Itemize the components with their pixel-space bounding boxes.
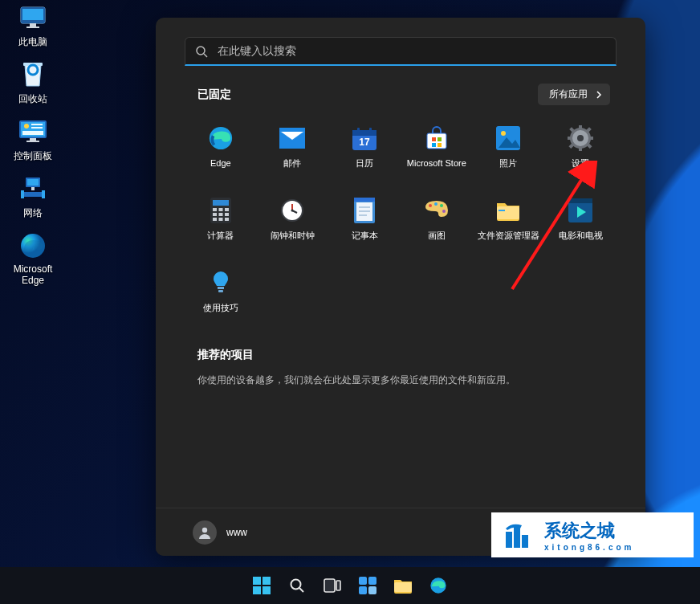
tile-label: Microsoft Store [407, 158, 466, 168]
desktop-icon-label: 网络 [23, 206, 43, 220]
user-account-button[interactable]: www [193, 520, 247, 545]
pinned-app-movies[interactable]: 电影和电视 [544, 189, 617, 255]
widgets-icon [359, 577, 376, 594]
recommended-title: 推荐的项目 [197, 348, 254, 362]
taskbar-start-button[interactable] [246, 570, 277, 601]
tips-icon [207, 269, 234, 296]
windows-icon [253, 577, 271, 594]
desktop-icon-network[interactable]: 网络 [5, 174, 61, 220]
all-apps-button[interactable]: 所有应用 [538, 84, 610, 105]
chevron-right-icon [596, 91, 602, 99]
pinned-app-tips[interactable]: 使用技巧 [185, 261, 257, 327]
user-name: www [226, 527, 247, 538]
svg-rect-44 [579, 125, 582, 130]
svg-rect-63 [218, 218, 222, 221]
taskbar-edge-button[interactable] [423, 570, 454, 601]
svg-point-21 [197, 47, 205, 55]
taskbar-taskview-button[interactable] [317, 570, 348, 601]
watermark-logo-icon [501, 517, 536, 553]
control-panel-icon [18, 117, 47, 146]
pinned-app-edge[interactable]: Edge [185, 116, 257, 182]
svg-point-53 [577, 135, 584, 141]
svg-rect-32 [357, 128, 360, 133]
monitor-icon [18, 3, 47, 32]
svg-line-22 [204, 54, 207, 57]
pinned-app-calendar[interactable]: 17 日历 [328, 116, 401, 182]
pinned-app-calculator[interactable]: 计算器 [185, 189, 257, 255]
paint-icon [423, 197, 450, 224]
network-icon [18, 174, 47, 203]
taskview-icon [324, 578, 341, 593]
desktop-icon-this-pc[interactable]: 此电脑 [5, 3, 61, 49]
svg-rect-57 [218, 208, 222, 211]
recommended-header: 推荐的项目 [162, 348, 639, 362]
desktop-icon-control-panel[interactable]: 控制面板 [5, 117, 61, 163]
svg-rect-37 [432, 143, 436, 147]
tile-label: 使用技巧 [203, 303, 238, 312]
svg-rect-87 [589, 199, 592, 202]
svg-rect-89 [218, 287, 224, 289]
taskbar-explorer-button[interactable] [388, 570, 418, 601]
desktop-icon-label: Microsoft Edge [14, 263, 53, 286]
tile-label: 闹钟和时钟 [271, 231, 315, 240]
svg-rect-46 [568, 137, 572, 140]
taskbar-widgets-button[interactable] [352, 570, 383, 601]
pinned-app-mail[interactable]: 邮件 [257, 116, 329, 182]
calendar-icon: 17 [351, 124, 378, 152]
svg-line-104 [299, 588, 303, 592]
notepad-icon [351, 197, 378, 224]
svg-rect-100 [262, 577, 271, 585]
pinned-app-store[interactable]: Microsoft Store [401, 116, 473, 182]
watermark-sub: xitong86.com [544, 543, 634, 552]
svg-rect-60 [218, 213, 222, 216]
svg-rect-16 [31, 187, 35, 190]
svg-rect-85 [580, 199, 582, 202]
tile-label: 记事本 [352, 231, 378, 240]
pinned-app-settings[interactable]: 设置 [544, 116, 617, 182]
svg-point-40 [501, 131, 506, 136]
desktop-icon-label: 此电脑 [18, 35, 47, 49]
pinned-apps-grid: Edge 邮件 17 日历 Microsoft Store 照片 设置 计算器 [162, 116, 639, 327]
pinned-app-notepad[interactable]: 记事本 [328, 189, 401, 255]
pinned-app-clock[interactable]: 闹钟和时钟 [257, 189, 329, 255]
svg-point-76 [434, 202, 438, 206]
search-icon [289, 577, 305, 594]
svg-rect-19 [42, 190, 45, 198]
tile-label: 画图 [428, 231, 446, 240]
svg-rect-55 [213, 200, 229, 206]
desktop-icon-recycle-bin[interactable]: 回收站 [5, 60, 61, 106]
pinned-header: 已固定 所有应用 [162, 84, 639, 105]
pinned-app-explorer[interactable]: 文件资源管理器 [473, 189, 545, 255]
photos-icon [494, 124, 522, 152]
edge-icon [429, 577, 447, 594]
pinned-app-photos[interactable]: 照片 [473, 116, 545, 182]
svg-rect-105 [324, 579, 335, 592]
tile-label: 文件资源管理器 [478, 231, 539, 240]
search-icon [195, 45, 208, 58]
svg-rect-56 [213, 208, 217, 211]
store-icon [423, 124, 450, 152]
svg-point-78 [442, 210, 446, 213]
recommended-empty-text: 你使用的设备越多，我们就会在此处显示更多你最近使用的文件和新应用。 [162, 370, 639, 387]
svg-rect-38 [438, 143, 442, 147]
svg-rect-58 [225, 208, 229, 211]
svg-rect-90 [218, 290, 223, 292]
svg-rect-3 [30, 23, 36, 27]
desktop-icon-label: 控制面板 [14, 149, 52, 163]
edge-icon [18, 231, 47, 260]
svg-rect-12 [30, 138, 36, 141]
svg-point-75 [429, 204, 432, 207]
svg-rect-106 [336, 581, 340, 590]
svg-rect-107 [359, 577, 367, 585]
folder-icon [494, 197, 522, 224]
search-box[interactable]: 在此键入以搜索 [185, 37, 617, 66]
movies-icon [567, 197, 594, 224]
gear-icon [567, 124, 594, 152]
svg-rect-11 [22, 131, 43, 135]
desktop-icon-edge[interactable]: Microsoft Edge [5, 231, 61, 286]
taskbar-search-button[interactable] [282, 570, 312, 601]
svg-rect-34 [427, 133, 446, 149]
svg-rect-4 [26, 27, 39, 28]
pinned-app-paint[interactable]: 画图 [401, 189, 473, 255]
edge-icon [207, 124, 234, 152]
